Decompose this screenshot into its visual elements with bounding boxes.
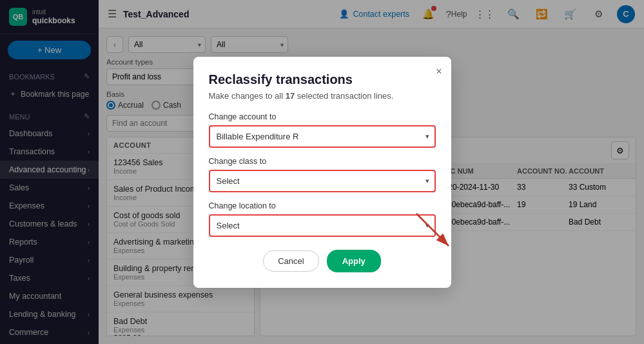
change-class-select-wrap: Select ▾ — [209, 170, 436, 192]
modal-actions: Cancel Apply — [209, 250, 436, 272]
modal-subtitle: Make changes to all 17 selected transact… — [209, 91, 436, 101]
change-location-field: Change location to Select ▾ — [209, 201, 436, 237]
change-account-select-wrap: Billable Expenditure R ▾ — [209, 125, 436, 148]
change-account-label: Change account to — [209, 112, 436, 121]
modal-overlay: × Reclassify transactions Make changes t… — [0, 0, 644, 344]
change-class-label: Change class to — [209, 157, 436, 166]
change-class-field: Change class to Select ▾ — [209, 157, 436, 192]
modal-count: 17 — [286, 91, 295, 101]
change-location-select-wrap: Select ▾ — [209, 214, 436, 237]
modal-close-button[interactable]: × — [436, 66, 442, 77]
change-location-label: Change location to — [209, 201, 436, 210]
change-class-select[interactable]: Select — [209, 170, 436, 192]
apply-button[interactable]: Apply — [327, 250, 381, 272]
reclassify-modal: × Reclassify transactions Make changes t… — [193, 57, 451, 288]
modal-title: Reclassify transactions — [209, 72, 436, 87]
change-location-select[interactable]: Select — [209, 214, 436, 237]
cancel-button[interactable]: Cancel — [263, 250, 318, 272]
change-account-field: Change account to Billable Expenditure R… — [209, 112, 436, 148]
change-account-select[interactable]: Billable Expenditure R — [209, 125, 436, 148]
